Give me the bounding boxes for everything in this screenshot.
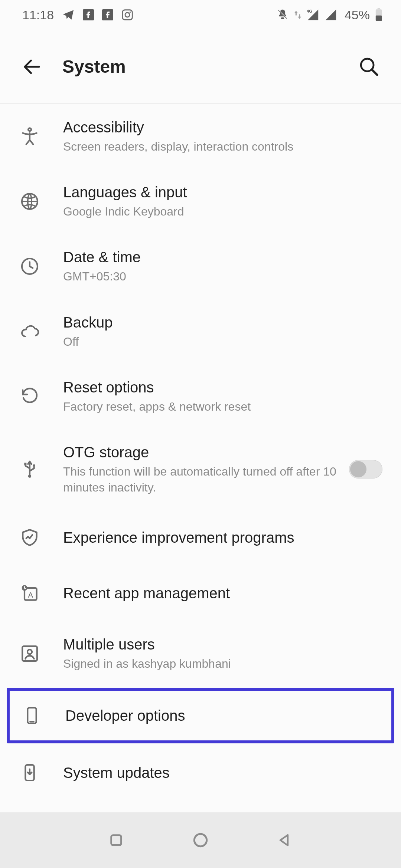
nav-back-button[interactable] [272,827,298,853]
row-languages-input[interactable]: Languages & input Google Indic Keyboard [0,169,401,234]
circle-icon [191,831,210,849]
download-phone-icon [19,762,41,784]
svg-point-4 [130,11,131,13]
nav-home-button[interactable] [188,827,213,853]
battery-icon [375,8,382,22]
row-subtitle: Google Indic Keyboard [63,204,345,220]
row-title: OTG storage [63,443,342,461]
svg-point-14 [28,128,31,131]
svg-point-3 [125,13,130,17]
row-subtitle: Factory reset, apps & network reset [63,399,345,415]
search-button[interactable] [356,53,382,80]
svg-rect-11 [376,16,382,21]
row-accessibility[interactable]: Accessibility Screen readers, display, i… [0,104,401,169]
svg-text:A: A [28,591,33,599]
row-backup[interactable]: Backup Off [0,299,401,364]
row-otg-storage[interactable]: OTG storage This function will be automa… [0,429,401,510]
instagram-icon [121,9,133,21]
row-title: Backup [63,313,382,332]
svg-point-24 [27,650,32,654]
facebook-icon [83,9,94,20]
svg-rect-10 [378,8,380,9]
svg-rect-18 [24,463,26,465]
navigation-bar [0,812,401,868]
svg-point-17 [33,464,35,467]
recent-app-icon: A [19,582,41,604]
otg-toggle[interactable] [349,460,382,479]
usb-icon [19,458,41,480]
row-title: Languages & input [63,183,382,201]
row-recent-app-management[interactable]: A Recent app management [0,565,401,621]
accessibility-icon [19,125,41,148]
svg-rect-5 [281,17,284,19]
status-bar: 11:18 4G [0,0,401,30]
svg-rect-2 [123,10,133,20]
mute-icon [276,9,289,21]
row-subtitle: GMT+05:30 [63,269,345,285]
row-title: Accessibility [63,118,382,137]
svg-point-29 [194,834,206,846]
signal-icon [325,9,337,21]
row-subtitle: Signed in as kashyap kumbhani [63,656,345,672]
row-title: Reset options [63,378,382,397]
square-icon [108,832,125,849]
telegram-icon [62,9,75,21]
row-experience-improvement[interactable]: Experience improvement programs [0,510,401,565]
user-box-icon [19,642,41,665]
arrow-left-icon [21,56,43,78]
settings-list: Accessibility Screen readers, display, i… [0,104,401,800]
row-title: Date & time [63,248,382,266]
row-reset-options[interactable]: Reset options Factory reset, apps & netw… [0,364,401,429]
row-title: Multiple users [63,635,382,654]
back-button[interactable] [19,53,45,80]
globe-icon [19,190,41,213]
reset-icon [19,385,41,407]
row-date-time[interactable]: Date & time GMT+05:30 [0,234,401,299]
signal-4g-icon: 4G [307,9,319,21]
row-subtitle: Screen readers, display, interaction con… [63,139,345,155]
svg-text:4G: 4G [307,9,312,13]
row-system-updates[interactable]: System updates [0,745,401,800]
page-title: System [62,56,126,77]
triangle-left-icon [276,831,294,849]
row-title: Developer options [65,706,379,725]
row-title: System updates [63,763,382,782]
app-bar: System [0,30,401,104]
row-title: Recent app management [63,584,382,602]
status-time: 11:18 [22,8,54,22]
search-icon [358,56,380,78]
cloud-icon [19,320,41,342]
row-subtitle: This function will be automatically turn… [63,464,342,496]
phone-icon [21,704,43,727]
clock-icon [19,255,41,277]
row-title: Experience improvement programs [63,528,382,547]
shield-chart-icon [19,526,41,549]
toggle-off-icon [349,460,382,479]
row-subtitle: Off [63,334,345,350]
facebook-icon [102,9,113,20]
svg-point-19 [28,475,31,478]
nav-recent-button[interactable] [103,827,129,853]
battery-percent: 45% [345,8,370,22]
row-multiple-users[interactable]: Multiple users Signed in as kashyap kumb… [0,621,401,686]
data-arrows-icon [294,10,301,20]
svg-line-13 [372,70,377,75]
svg-rect-28 [111,835,121,845]
row-developer-options[interactable]: Developer options [7,688,394,743]
